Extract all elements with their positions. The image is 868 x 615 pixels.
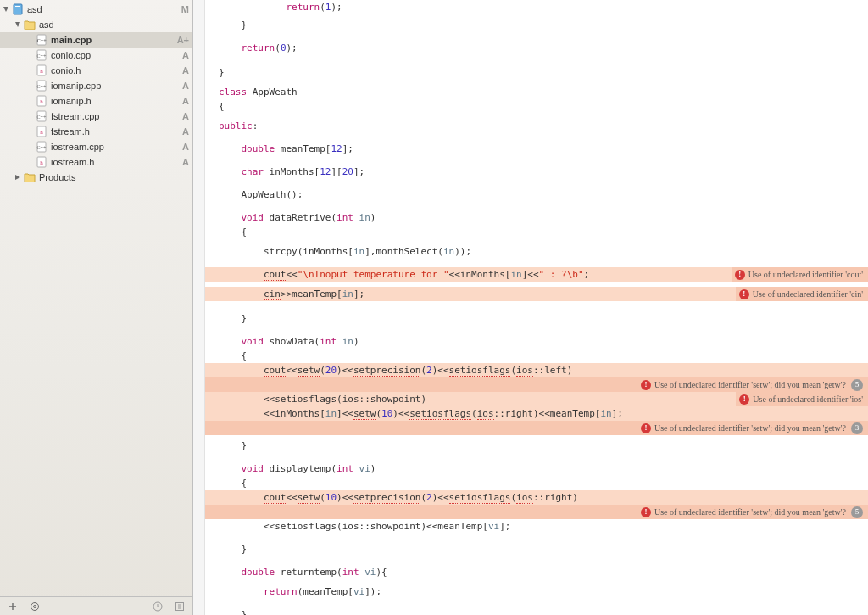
code-line[interactable]: char inMonths[12][20]; [205,165,868,179]
svg-rect-0 [14,4,22,14]
code-line[interactable]: ! cin>>meanTemp[in];!Use of undeclared i… [205,287,868,301]
disclosure-triangle-icon [25,158,34,166]
disclosure-triangle-icon[interactable] [14,20,22,29]
tree-item[interactable]: hconio.hA [0,63,192,78]
tree-item[interactable]: Products [0,170,192,185]
code-line[interactable]: void displaytemp(int vi) [205,461,868,476]
tree-item[interactable]: hiomanip.hA [0,93,192,109]
code-line[interactable]: } [205,311,868,326]
code-line[interactable]: } [205,542,868,556]
inline-error[interactable]: !Use of undeclared identifier 'ios' [736,392,868,406]
vcs-status: A [174,50,189,60]
tree-label: asd [39,20,171,30]
disclosure-triangle-icon[interactable] [14,173,22,182]
svg-text:h: h [40,159,43,166]
code-line[interactable]: cout<<setw(10)<<setprecision(2)<<setiosf… [205,490,868,505]
navigator-footer [0,596,192,615]
svg-rect-1 [15,6,20,7]
inline-error[interactable]: !Use of undeclared identifier 'setw'; di… [205,377,868,392]
code-line[interactable]: } [205,65,868,80]
code-line[interactable]: public: [205,119,868,133]
code-line[interactable]: <<inMonths[in]<<setw(10)<<setiosflags(io… [205,406,868,421]
code-text: return(1); [219,2,342,13]
code-line[interactable]: void showData(int in) [205,334,868,349]
tree-item[interactable]: C++main.cppA+ [0,32,192,48]
disclosure-triangle-icon[interactable] [2,5,10,14]
tree-item[interactable]: hiostream.hA [0,154,192,170]
vcs-status: A [174,126,189,137]
code-line[interactable]: <<setiosflags(ios::showpoint)<<meanTemp[… [205,519,868,534]
tree-item[interactable]: C++conio.cppA [0,48,192,63]
code-line[interactable]: ! <<setiosflags(ios::showpoint)!Use of u… [205,392,868,406]
error-icon: ! [641,380,651,390]
tree-item[interactable]: hfstream.hA [0,124,192,139]
disclosure-triangle-icon [25,112,34,120]
tree-label: fstream.cpp [51,111,171,121]
tree-label: Products [39,172,171,182]
error-text: Use of undeclared identifier 'setw'; did… [654,377,846,392]
code-line[interactable]: } [205,607,868,615]
add-button[interactable] [5,600,20,613]
code-text: double meanTemp[12]; [219,143,353,154]
vcs-status: A [174,96,189,106]
disclosure-triangle-icon [25,97,34,105]
recent-button[interactable] [150,600,165,613]
error-icon: ! [641,507,651,517]
code-line[interactable]: ! cout<<"\nInoput temperature for "<<inM… [205,267,868,282]
code-text: } [219,313,247,324]
disclosure-triangle-icon [25,66,34,75]
tree-label: iostream.h [51,157,171,167]
code-text: { [219,478,247,489]
error-message-line[interactable]: !Use of undeclared identifier 'setw'; di… [205,377,868,392]
code-line[interactable]: { [205,476,868,490]
h-icon: h [35,64,48,76]
inline-error[interactable]: !Use of undeclared identifier 'cout' [732,267,868,282]
code-line[interactable]: { [205,225,868,239]
vcs-status: A [174,142,189,152]
error-text: Use of undeclared identifier 'cin' [753,287,863,301]
code-area[interactable]: return(1); } return(0);}class AppWeath{p… [205,0,868,615]
error-text: Use of undeclared identifier 'ios' [753,392,863,406]
code-line[interactable]: } [205,18,868,32]
tree-item[interactable]: asd [0,17,192,32]
h-icon: h [35,156,48,168]
code-text: { [219,101,225,112]
code-line[interactable]: double meanTemp[12]; [205,142,868,156]
gutter [193,0,205,615]
tree-label: iomanip.h [51,96,171,106]
code-line[interactable]: } [205,439,868,453]
code-line[interactable]: return(0); [205,41,868,55]
error-icon: ! [739,394,749,405]
tree-item[interactable]: C++iomanip.cppA [0,78,192,93]
scm-button[interactable] [172,600,187,613]
code-line[interactable]: cout<<setw(20)<<setprecision(2)<<setiosf… [205,363,868,377]
code-line[interactable]: return(meanTemp[vi]); [205,584,868,599]
filter-button[interactable] [27,600,42,613]
code-text: } [219,440,247,451]
code-line[interactable]: AppWeath(); [205,187,868,202]
error-text: Use of undeclared identifier 'cout' [748,267,863,282]
code-line[interactable]: class AppWeath [205,85,868,99]
error-message-line[interactable]: !Use of undeclared identifier 'setw'; di… [205,421,868,435]
code-line[interactable]: double returntemp(int vi){ [205,565,868,579]
tree-item[interactable]: C++fstream.cppA [0,109,192,124]
code-line[interactable]: strcpy(inMonths[in],monthSelect(in)); [205,244,868,259]
inline-error[interactable]: !Use of undeclared identifier 'setw'; di… [205,505,868,519]
source-editor[interactable]: return(1); } return(0);}class AppWeath{p… [193,0,868,615]
error-message-line[interactable]: !Use of undeclared identifier 'setw'; di… [205,505,868,519]
cpp-icon: C++ [35,141,48,153]
inline-error[interactable]: !Use of undeclared identifier 'cin' [736,287,868,301]
code-line[interactable]: { [205,349,868,363]
error-text: Use of undeclared identifier 'setw'; did… [654,421,846,435]
folder-icon [23,171,36,183]
vcs-status: A [174,157,189,167]
code-text: <<setiosflags(ios::showpoint)<<meanTemp[… [219,521,510,532]
code-line[interactable]: void dataRetrive(int in) [205,210,868,225]
tree-item[interactable]: C++iostream.cppA [0,139,192,154]
tree-root[interactable]: asd M [0,2,192,17]
inline-error[interactable]: !Use of undeclared identifier 'setw'; di… [205,421,868,435]
code-text: AppWeath(); [219,189,303,200]
code-line[interactable]: { [205,99,868,114]
code-line[interactable]: return(1); [205,0,868,14]
error-count: 3 [851,422,863,434]
